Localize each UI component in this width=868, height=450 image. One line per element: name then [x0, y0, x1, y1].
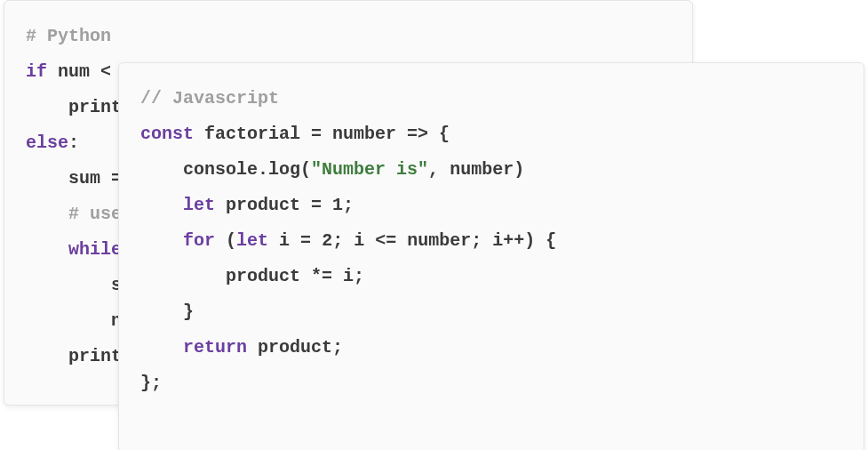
code-token [140, 301, 183, 322]
code-token: : [68, 133, 79, 153]
code-token: sum [26, 168, 111, 189]
code-token: }; [140, 373, 162, 393]
code-token: i [268, 230, 300, 251]
code-token: console [140, 159, 258, 180]
code-token [26, 239, 68, 260]
code-token: if [26, 61, 47, 82]
code-token: => [407, 124, 428, 144]
code-token: ; [332, 230, 343, 251]
code-token: = [311, 195, 322, 215]
code-token: < [100, 61, 111, 82]
code-token [322, 195, 332, 215]
code-token: num [47, 61, 100, 82]
code-token: = [311, 124, 322, 144]
code-token: number [322, 124, 407, 144]
code-token: ; [471, 230, 482, 251]
code-token: <= [375, 230, 396, 251]
code-token [140, 337, 183, 358]
code-token: // Javascript [140, 88, 279, 108]
code-token: { [439, 124, 450, 144]
code-token [140, 230, 183, 251]
javascript-code-card: // Javascript const factorial = number =… [118, 62, 864, 450]
code-token: i [332, 266, 354, 286]
code-token: { [545, 230, 556, 251]
code-token: , [428, 159, 439, 180]
code-token: return [183, 337, 247, 358]
code-token: = [300, 230, 311, 251]
code-token: su [26, 275, 132, 295]
code-token: ; [332, 337, 343, 358]
stage: # Python if num < 0: print( else: sum = … [0, 0, 868, 450]
code-token [215, 230, 226, 251]
code-token: *= [311, 266, 332, 286]
code-token: nu [26, 310, 132, 331]
code-token: number [439, 159, 514, 180]
code-token [428, 124, 439, 144]
code-token: const [140, 124, 194, 144]
code-token: print [26, 346, 122, 366]
code-token: while [68, 239, 122, 260]
code-token: ) [514, 159, 524, 180]
code-token: # Python [26, 26, 111, 46]
code-token [535, 230, 545, 251]
code-token: product [140, 266, 311, 286]
code-token: i [482, 230, 503, 251]
code-token: product [215, 195, 311, 215]
code-token [140, 195, 183, 215]
code-token: ++ [503, 230, 524, 251]
code-token [311, 230, 322, 251]
javascript-code-block: // Javascript const factorial = number =… [140, 81, 842, 401]
code-token: let [236, 230, 268, 251]
code-token: product [247, 337, 332, 358]
code-token: ( [300, 159, 311, 180]
code-token: else [26, 133, 68, 153]
code-token: . [258, 159, 268, 180]
code-token: number [396, 230, 471, 251]
code-token: ; [343, 195, 354, 215]
code-token: ( [226, 230, 236, 251]
code-token: } [183, 301, 194, 322]
code-token: for [183, 230, 215, 251]
code-token: # use [26, 204, 132, 224]
code-token: 1 [332, 195, 343, 215]
code-token: "Number is" [311, 159, 428, 180]
code-token: factorial [194, 124, 311, 144]
code-token: i [343, 230, 375, 251]
code-token: print [26, 97, 122, 117]
code-token: ; [354, 266, 364, 286]
code-token: log [268, 159, 300, 180]
code-token: 2 [322, 230, 332, 251]
code-token: let [183, 195, 215, 215]
code-token: ) [524, 230, 535, 251]
